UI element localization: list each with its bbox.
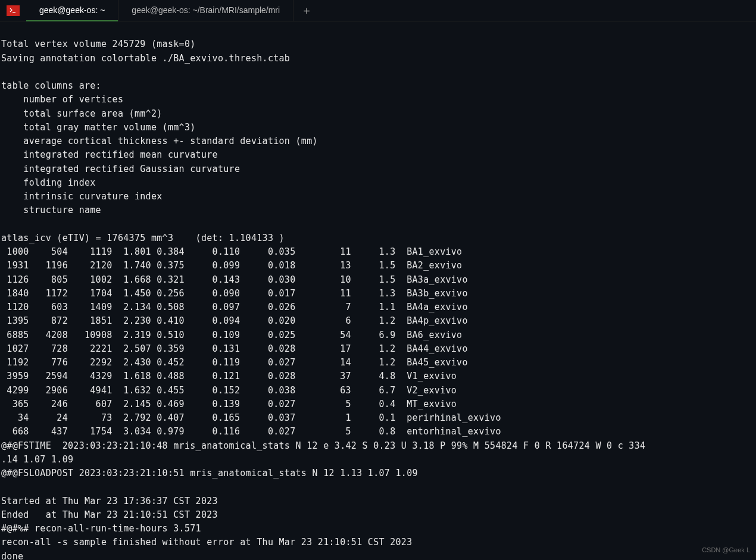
table-row: 1120 603 1409 2.134 0.508 0.097 0.026 7 … bbox=[1, 302, 468, 312]
output-line: total surface area (mm^2) bbox=[1, 108, 163, 119]
new-tab-button[interactable]: + bbox=[293, 0, 320, 21]
output-line: Saving annotation colortable ./BA_exvivo… bbox=[1, 53, 290, 64]
output-line: recon-all -s sample finished without err… bbox=[1, 537, 412, 548]
app-icon[interactable] bbox=[0, 0, 26, 21]
output-line: total gray matter volume (mm^3) bbox=[1, 122, 196, 133]
output-line: atlas_icv (eTIV) = 1764375 mm^3 (det: 1.… bbox=[1, 233, 285, 243]
output-line: average cortical thickness +- standard d… bbox=[1, 136, 318, 146]
table-row: 34 24 73 2.792 0.407 0.165 0.037 1 0.1 p… bbox=[1, 412, 501, 423]
output-line: intrinsic curvature index bbox=[1, 191, 163, 202]
table-row: 1027 728 2221 2.507 0.359 0.131 0.028 17… bbox=[1, 343, 468, 354]
tab-label: geek@geek-os: ~/Brain/MRI/sample/mri bbox=[132, 4, 280, 17]
table-row: 1931 1196 2120 1.740 0.375 0.099 0.018 1… bbox=[1, 260, 462, 271]
output-line: Started at Thu Mar 23 17:36:37 CST 2023 bbox=[1, 496, 218, 506]
table-row: 365 246 607 2.145 0.469 0.139 0.027 5 0.… bbox=[1, 399, 457, 409]
table-row: 1126 805 1002 1.668 0.321 0.143 0.030 10… bbox=[1, 274, 468, 285]
output-line: #@#%# recon-all-run-time-hours 3.571 bbox=[1, 523, 201, 534]
tab-bar: geek@geek-os: ~ geek@geek-os: ~/Brain/MR… bbox=[0, 0, 756, 21]
terminal-icon bbox=[7, 5, 20, 16]
table-row: 668 437 1754 3.034 0.979 0.116 0.027 5 0… bbox=[1, 426, 501, 437]
table-row: 1192 776 2292 2.430 0.452 0.119 0.027 14… bbox=[1, 357, 468, 368]
table-row: 1840 1172 1704 1.450 0.256 0.090 0.017 1… bbox=[1, 288, 468, 299]
table-row: 4299 2906 4941 1.632 0.455 0.152 0.038 6… bbox=[1, 385, 457, 396]
plus-icon: + bbox=[304, 2, 310, 19]
tab-active[interactable]: geek@geek-os: ~ bbox=[26, 0, 118, 21]
output-line: folding index bbox=[1, 177, 96, 188]
output-line: Total vertex volume 245729 (mask=0) bbox=[1, 39, 196, 49]
output-line: number of vertices bbox=[1, 94, 123, 105]
table-row: 3959 2594 4329 1.618 0.488 0.121 0.028 3… bbox=[1, 371, 457, 381]
output-line: integrated rectified Gaussian curvature bbox=[1, 164, 240, 174]
tab-inactive[interactable]: geek@geek-os: ~/Brain/MRI/sample/mri bbox=[118, 0, 293, 21]
terminal-output[interactable]: Total vertex volume 245729 (mask=0) Savi… bbox=[0, 21, 756, 560]
output-line: @#@FSLOADPOST 2023:03:23:21:10:51 mris_a… bbox=[1, 468, 418, 478]
output-line: done bbox=[1, 551, 23, 561]
watermark: CSDN @Geek L bbox=[702, 545, 750, 555]
output-line: table columns are: bbox=[1, 80, 101, 91]
output-line: integrated rectified mean curvature bbox=[1, 149, 218, 160]
output-line: structure name bbox=[1, 205, 101, 215]
table-row: 1395 872 1851 2.230 0.410 0.094 0.020 6 … bbox=[1, 315, 468, 326]
table-row: 6885 4208 10908 2.319 0.510 0.109 0.025 … bbox=[1, 330, 462, 340]
output-line: .14 1.07 1.09 bbox=[1, 454, 73, 465]
output-line: Ended at Thu Mar 23 21:10:51 CST 2023 bbox=[1, 509, 218, 520]
tab-label: geek@geek-os: ~ bbox=[39, 4, 105, 17]
output-line: @#@FSTIME 2023:03:23:21:10:48 mris_anato… bbox=[1, 440, 645, 451]
table-row: 1000 504 1119 1.801 0.384 0.110 0.035 11… bbox=[1, 246, 462, 257]
